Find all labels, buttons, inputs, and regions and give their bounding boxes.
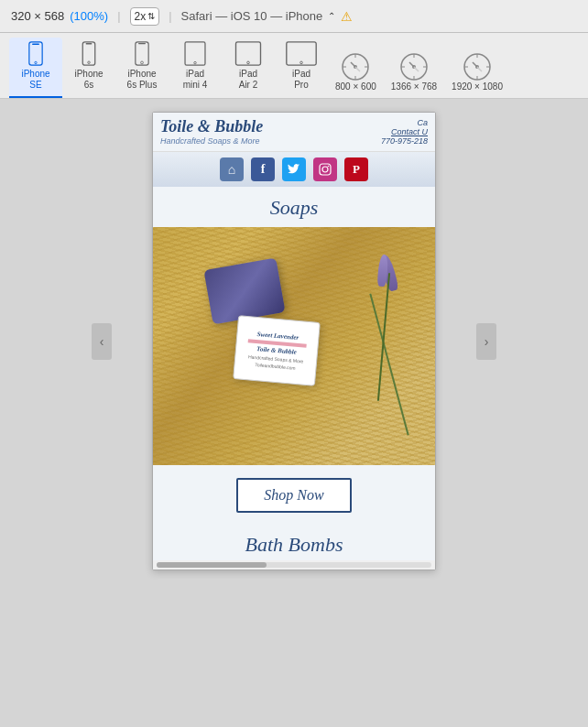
shop-now-area: Shop Now (153, 465, 435, 526)
device-iphone-se[interactable]: iPhoneSE (9, 38, 62, 98)
zoom-arrows-icon: ⇅ (147, 11, 155, 21)
svg-point-2 (35, 61, 37, 63)
device-iphone-6s[interactable]: iPhone6s (62, 38, 115, 98)
toolbar-zoom[interactable]: 2x ⇅ (130, 7, 160, 26)
device-ipad-pro[interactable]: iPadPro (275, 38, 328, 98)
product-image-overlay: Sweet Lavender Toile & Bubble Handcrafte… (153, 227, 435, 465)
device-ipad-pro-label: iPadPro (292, 69, 310, 91)
device-iphone-6s-plus[interactable]: iPhone6s Plus (115, 38, 169, 98)
svg-point-10 (194, 61, 197, 64)
social-facebook-icon[interactable]: f (251, 157, 275, 181)
social-home-icon[interactable]: ⌂ (220, 157, 244, 181)
scroll-left-arrow[interactable]: ‹ (92, 323, 112, 360)
svg-line-22 (355, 67, 360, 71)
ipad-air-2-icon (234, 41, 263, 66)
svg-point-8 (141, 61, 144, 64)
compass-1920-icon (463, 52, 492, 81)
site-subtitle: Handcrafted Soaps & More (160, 136, 263, 146)
device-iphone-6s-label: iPhone6s (74, 69, 103, 91)
svg-rect-1 (32, 43, 39, 45)
svg-point-14 (300, 61, 303, 64)
site-title-block: Toile & Bubble Handcrafted Soaps & More (160, 118, 263, 146)
svg-rect-4 (86, 43, 93, 44)
svg-point-12 (247, 61, 250, 64)
scroll-thumb (157, 562, 267, 568)
product-image: Sweet Lavender Toile & Bubble Handcrafte… (153, 227, 435, 465)
toolbar: 320 × 568 (100%) | 2x ⇅ | Safari — iOS 1… (0, 0, 588, 33)
toolbar-dimensions: 320 × 568 (11, 9, 64, 23)
ipad-mini-4-icon (182, 41, 208, 66)
iphone-6s-icon (81, 41, 97, 66)
ipad-pro-icon (284, 41, 319, 66)
svg-line-37 (473, 62, 477, 67)
zoom-value: 2x (135, 10, 147, 23)
svg-point-5 (88, 61, 91, 64)
svg-rect-7 (138, 43, 146, 44)
site-phone: 770-975-218 (381, 136, 428, 146)
svg-line-38 (477, 67, 482, 71)
device-1920-label: 1920 × 1080 (452, 81, 503, 92)
device-ipad-air-2[interactable]: iPadAir 2 (222, 38, 275, 98)
iphone-se-icon (27, 41, 45, 66)
soap-label: Sweet Lavender Toile & Bubble Handcrafte… (233, 315, 321, 386)
scroll-track (157, 562, 431, 568)
device-1920x1080[interactable]: 1920 × 1080 (444, 38, 510, 98)
scroll-right-arrow[interactable]: › (476, 323, 496, 360)
bath-bombs-title: Bath Bombs (153, 533, 435, 557)
lavender-decoration (362, 255, 417, 438)
device-iphone-se-label: iPhoneSE (21, 69, 49, 91)
toolbar-sep1: | (117, 9, 120, 23)
bath-bombs-area: Bath Bombs (153, 526, 435, 560)
lavender-stem-1 (369, 293, 408, 435)
main-preview-area: ‹ Toile & Bubble Handcrafted Soaps & Mor… (0, 99, 588, 583)
toolbar-sep2: | (169, 9, 171, 23)
device-ipad-mini-4[interactable]: iPadmini 4 (169, 38, 222, 98)
device-ipad-air-2-label: iPadAir 2 (239, 69, 258, 91)
device-1366x768[interactable]: 1366 × 768 (384, 38, 444, 98)
device-1366-label: 1366 × 768 (391, 81, 437, 92)
site-header: Toile & Bubble Handcrafted Soaps & More … (153, 113, 435, 152)
shop-now-button[interactable]: Shop Now (236, 478, 351, 513)
warning-icon: ⚠ (341, 9, 353, 24)
social-bar: ⌂ f P (153, 152, 435, 187)
toolbar-percent: (100%) (70, 9, 108, 23)
horizontal-scrollbar[interactable] (153, 560, 435, 570)
svg-point-40 (322, 167, 328, 172)
device-ipad-mini-4-label: iPadmini 4 (183, 69, 208, 91)
social-twitter-icon[interactable] (282, 157, 306, 181)
site-header-right: Ca Contact U 770-975-218 (381, 118, 428, 146)
svg-line-29 (409, 62, 414, 67)
svg-line-21 (351, 62, 355, 67)
svg-point-41 (328, 166, 330, 168)
soap-bar (203, 258, 285, 325)
social-instagram-icon[interactable] (313, 157, 337, 181)
device-800x600[interactable]: 800 × 600 (328, 38, 384, 98)
contact-label[interactable]: Ca (381, 118, 428, 127)
svg-rect-6 (136, 42, 148, 65)
device-selector-bar: iPhoneSE iPhone6s iPhone6s Plus iPadmini… (0, 33, 588, 99)
site-content: Soaps Sweet Lavender Toile & Bubble Hand… (153, 187, 435, 560)
toolbar-dropdown-icon[interactable]: ⌃ (328, 11, 335, 21)
contact-link[interactable]: Contact U (381, 127, 428, 136)
device-iphone-6s-plus-label: iPhone6s Plus (127, 69, 158, 91)
browser-frame: Toile & Bubble Handcrafted Soaps & More … (152, 112, 436, 570)
device-800-label: 800 × 600 (335, 81, 376, 92)
compass-1366-icon (399, 52, 429, 81)
lavender-stem-2 (377, 273, 390, 401)
compass-800-icon (341, 52, 370, 81)
toolbar-browser-info: Safari — iOS 10 — iPhone (181, 9, 323, 23)
svg-rect-39 (320, 164, 331, 175)
soap-label-url: Toileandbubble.com (255, 362, 296, 371)
soaps-section-title: Soaps (153, 196, 435, 220)
iphone-6s-plus-icon (133, 41, 151, 66)
site-title: Toile & Bubble (160, 118, 263, 136)
svg-line-30 (414, 67, 419, 71)
social-pinterest-icon[interactable]: P (344, 157, 368, 181)
